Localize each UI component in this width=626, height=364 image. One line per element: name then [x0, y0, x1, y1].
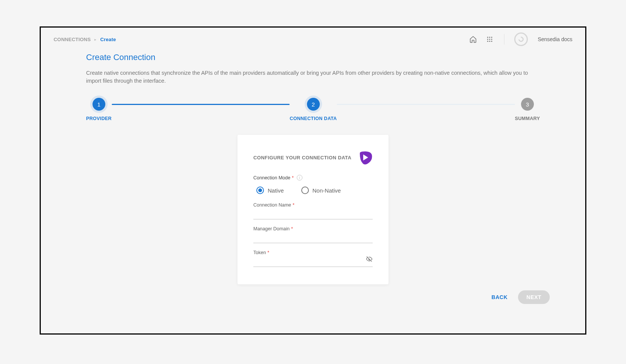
svg-point-4 [489, 39, 490, 40]
radio-selected-icon [256, 187, 264, 194]
apps-grid-icon[interactable] [485, 35, 494, 44]
manager-domain-input[interactable] [253, 231, 373, 243]
svg-point-1 [489, 37, 490, 38]
username: Sensedia docs [538, 36, 572, 42]
page-title: Create Connection [86, 52, 540, 62]
connection-name-input[interactable] [253, 208, 373, 219]
token-input[interactable] [253, 255, 373, 267]
svg-point-5 [491, 39, 492, 40]
breadcrumb-current: Create [100, 37, 116, 42]
avatar[interactable] [514, 32, 528, 46]
radio-label: Native [268, 187, 284, 194]
step-label: SUMMARY [515, 116, 540, 121]
back-button[interactable]: BACK [492, 294, 507, 300]
svg-point-0 [487, 37, 488, 38]
chevron-right-icon: ▸ [94, 37, 96, 42]
radio-unselected-icon [301, 187, 309, 194]
next-button[interactable]: NEXT [518, 290, 550, 304]
visibility-off-icon[interactable] [366, 256, 373, 264]
svg-point-3 [487, 39, 488, 40]
svg-point-6 [487, 41, 488, 42]
step-number: 1 [93, 98, 105, 111]
step-summary[interactable]: 3 SUMMARY [515, 98, 540, 121]
token-label: Token * [253, 250, 373, 255]
topbar: CONNECTIONS ▸ Create Sensedia docs [41, 28, 585, 46]
manager-domain-label: Manager Domain * [253, 226, 373, 231]
home-icon[interactable] [469, 35, 478, 44]
info-icon[interactable]: i [297, 175, 302, 180]
svg-point-7 [489, 41, 490, 42]
radio-label: Non-Native [313, 187, 341, 194]
svg-point-2 [491, 37, 492, 38]
connection-name-label: Connection Name * [253, 202, 373, 208]
radio-native[interactable]: Native [256, 187, 284, 194]
provider-logo-icon [358, 150, 373, 165]
step-label: CONNECTION DATA [290, 116, 337, 121]
breadcrumb-root[interactable]: CONNECTIONS [54, 37, 91, 42]
card-title: CONFIGURE YOUR CONNECTION DATA [253, 155, 352, 160]
step-label: PROVIDER [86, 116, 112, 121]
connection-mode-label: Connection Mode* i [253, 175, 373, 180]
step-provider[interactable]: 1 PROVIDER [86, 98, 112, 121]
svg-point-8 [491, 41, 492, 42]
stepper: 1 PROVIDER 2 CONNECTION DATA 3 SUMMARY [86, 98, 540, 121]
step-connector [112, 104, 290, 105]
page-description: Create native connections that synchroni… [86, 69, 535, 85]
step-connection-data[interactable]: 2 CONNECTION DATA [290, 98, 337, 121]
breadcrumb: CONNECTIONS ▸ Create [54, 37, 116, 42]
divider [504, 34, 504, 45]
step-number: 2 [307, 98, 320, 111]
connection-data-card: CONFIGURE YOUR CONNECTION DATA Connectio… [237, 135, 389, 284]
radio-non-native[interactable]: Non-Native [301, 187, 341, 194]
step-connector [337, 104, 515, 105]
step-number: 3 [521, 98, 534, 111]
